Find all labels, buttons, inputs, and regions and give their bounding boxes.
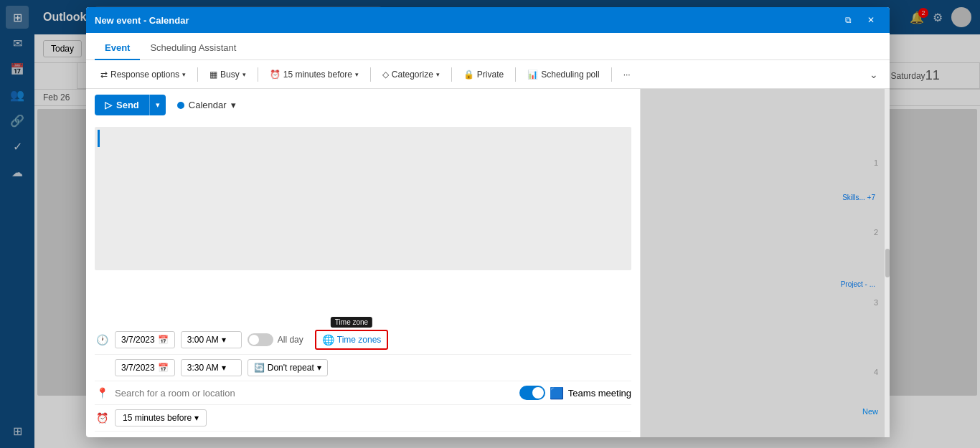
start-date-value: 3/7/2023 bbox=[121, 335, 155, 345]
form-section: 🕐 3/7/2023 📅 3:00 AM ▾ All day bbox=[86, 320, 640, 437]
categorize-label: Categorize bbox=[392, 70, 433, 80]
send-button[interactable]: ▷ Send bbox=[95, 95, 149, 115]
repeat-button[interactable]: 🔄 Don't repeat ▾ bbox=[248, 359, 328, 376]
teams-toggle-thumb bbox=[532, 387, 544, 399]
repeat-label: Don't repeat bbox=[268, 363, 314, 373]
separator-1 bbox=[197, 67, 198, 82]
modal-titlebar: New event - Calendar ⧉ ✕ bbox=[86, 7, 890, 33]
modal-toolbar: ⇄ Response options ▾ ▦ Busy ▾ ⏰ 15 minut… bbox=[86, 60, 890, 89]
separator-2 bbox=[258, 67, 258, 82]
calendar-selector-label: Calendar bbox=[189, 100, 227, 110]
location-row: 📍 🟦 Teams meeting bbox=[95, 381, 631, 405]
reminder-select[interactable]: 15 minutes before ▾ bbox=[115, 409, 207, 426]
teams-label: Teams meeting bbox=[568, 388, 631, 399]
timezone-button[interactable]: 🌐 Time zones bbox=[315, 330, 389, 350]
scheduling-poll-button[interactable]: 📊 Scheduling poll bbox=[522, 67, 605, 82]
start-time-select[interactable]: 3:00 AM ▾ bbox=[181, 331, 242, 348]
maximize-button[interactable]: ⧉ bbox=[838, 12, 858, 28]
scheduling-poll-label: Scheduling poll bbox=[541, 70, 599, 80]
poll-icon: 📊 bbox=[527, 70, 538, 80]
reminder-toolbar-button[interactable]: ⏰ 15 minutes before ▾ bbox=[264, 67, 364, 82]
busy-icon: ▦ bbox=[209, 70, 217, 80]
reminder-chevron: ▾ bbox=[194, 413, 199, 423]
allday-toggle-thumb bbox=[249, 335, 259, 345]
more-options-button[interactable]: ··· bbox=[618, 67, 636, 82]
new-event-link[interactable]: New bbox=[862, 407, 878, 416]
teams-toggle-pill[interactable] bbox=[519, 386, 545, 400]
scroll-thumb[interactable] bbox=[885, 249, 890, 277]
timezone-tooltip: Time zone bbox=[331, 317, 372, 328]
send-button-group: ▷ Send ▾ bbox=[95, 95, 166, 115]
response-options-icon: ⇄ bbox=[100, 70, 108, 80]
timezone-wrapper: Time zone 🌐 Time zones bbox=[315, 330, 389, 350]
end-time-select[interactable]: 3:30 AM ▾ bbox=[181, 359, 242, 376]
modal-body: ▷ Send ▾ Calendar ▾ bbox=[86, 89, 890, 437]
location-icon: 📍 bbox=[95, 386, 109, 400]
right-pane-event-1: Skills... +7 bbox=[842, 194, 875, 201]
separator-6 bbox=[611, 67, 612, 82]
repeat-chevron: ▾ bbox=[317, 363, 321, 373]
close-button[interactable]: ✕ bbox=[861, 12, 881, 28]
allday-toggle-pill[interactable] bbox=[248, 333, 273, 346]
toolbar-expand-button[interactable]: ⌄ bbox=[867, 66, 881, 83]
private-button[interactable]: 🔒 Private bbox=[458, 67, 509, 82]
categorize-button[interactable]: ◇ Categorize ▾ bbox=[377, 67, 446, 82]
end-time-value: 3:30 AM bbox=[187, 363, 219, 373]
scroll-track bbox=[884, 89, 890, 437]
clock-icon: 🕐 bbox=[95, 333, 109, 347]
end-time-chevron: ▾ bbox=[222, 363, 226, 373]
new-event-modal: New event - Calendar ⧉ ✕ Event Schedulin… bbox=[86, 7, 890, 437]
busy-button[interactable]: ▦ Busy ▾ bbox=[204, 67, 252, 82]
response-options-label: Response options bbox=[110, 70, 179, 80]
start-time-value: 3:00 AM bbox=[187, 335, 219, 345]
event-body-placeholder bbox=[95, 127, 631, 270]
send-icon: ▷ bbox=[105, 100, 112, 110]
reminder-value: 15 minutes before bbox=[123, 413, 192, 423]
time-marker-3: 3 bbox=[874, 298, 878, 307]
event-content-area[interactable] bbox=[86, 121, 640, 320]
send-dropdown-button[interactable]: ▾ bbox=[149, 95, 166, 115]
modal-tabs: Event Scheduling Assistant bbox=[86, 33, 890, 60]
end-date-input[interactable]: 3/7/2023 📅 bbox=[115, 359, 175, 376]
categorize-icon: ◇ bbox=[382, 70, 389, 80]
teams-toggle: 🟦 Teams meeting bbox=[519, 386, 631, 400]
modal-title: New event - Calendar bbox=[95, 15, 189, 26]
globe-icon: 🌐 bbox=[322, 334, 334, 345]
modal-left-pane: ▷ Send ▾ Calendar ▾ bbox=[86, 89, 640, 437]
separator-5 bbox=[515, 67, 516, 82]
start-date-input[interactable]: 3/7/2023 📅 bbox=[115, 331, 175, 348]
time-marker-1: 1 bbox=[874, 158, 878, 167]
start-datetime-row: 🕐 3/7/2023 📅 3:00 AM ▾ All day bbox=[95, 325, 631, 355]
end-datetime-row: 🕐 3/7/2023 📅 3:30 AM ▾ 🔄 Don't repeat ▾ bbox=[95, 355, 631, 381]
separator-4 bbox=[451, 67, 452, 82]
time-marker-4: 4 bbox=[874, 368, 878, 376]
calendar-selector-button[interactable]: Calendar ▾ bbox=[171, 97, 242, 113]
start-time-chevron: ▾ bbox=[222, 335, 226, 345]
reminder-row: ⏰ 15 minutes before ▾ bbox=[95, 405, 631, 432]
busy-chevron: ▾ bbox=[242, 71, 246, 78]
modal-window-buttons: ⧉ ✕ bbox=[838, 12, 881, 28]
allday-toggle[interactable]: All day bbox=[248, 333, 303, 346]
end-date-calendar-icon: 📅 bbox=[158, 363, 169, 373]
calendar-dot bbox=[177, 102, 184, 109]
tab-scheduling-assistant[interactable]: Scheduling Assistant bbox=[140, 37, 246, 60]
modal-right-pane: 1 2 3 4 Skills... +7 Project - ... New bbox=[640, 89, 884, 437]
send-label: Send bbox=[116, 100, 139, 110]
time-marker-2: 2 bbox=[874, 228, 878, 237]
right-pane-event-2: Project - ... bbox=[841, 280, 875, 288]
response-options-button[interactable]: ⇄ Response options ▾ bbox=[95, 67, 192, 82]
send-row: ▷ Send ▾ Calendar ▾ bbox=[86, 89, 640, 121]
reminder-toolbar-label: 15 minutes before bbox=[283, 70, 352, 80]
reminder-toolbar-chevron: ▾ bbox=[355, 71, 359, 78]
more-options-label: ··· bbox=[623, 70, 631, 80]
start-date-calendar-icon: 📅 bbox=[158, 335, 169, 345]
reminder-toolbar-icon: ⏰ bbox=[270, 70, 281, 80]
timezone-label: Time zones bbox=[337, 335, 382, 345]
teams-logo: 🟦 bbox=[550, 386, 564, 400]
private-label: Private bbox=[477, 70, 504, 80]
tab-event[interactable]: Event bbox=[95, 37, 140, 60]
allday-label: All day bbox=[278, 335, 303, 345]
separator-3 bbox=[370, 67, 371, 82]
location-input[interactable] bbox=[115, 386, 514, 400]
response-options-chevron: ▾ bbox=[182, 71, 186, 78]
